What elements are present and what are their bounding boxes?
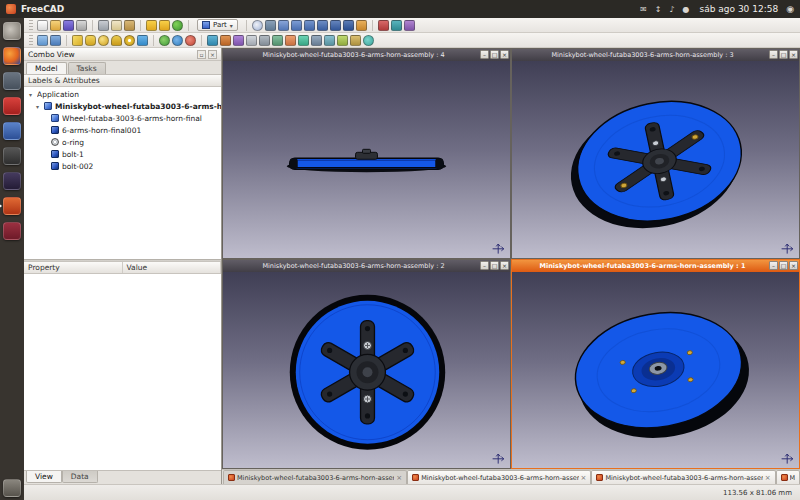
fit-all-icon[interactable] — [252, 20, 263, 31]
print-icon[interactable] — [76, 20, 87, 31]
minimize-icon[interactable]: – — [480, 261, 489, 270]
launcher-icon-freecad[interactable] — [3, 197, 21, 215]
workbench-selector[interactable]: Part ▾ — [197, 19, 238, 31]
open-document-icon[interactable] — [50, 20, 61, 31]
part-sphere-icon[interactable] — [98, 35, 109, 46]
restore-icon[interactable]: □ — [779, 50, 788, 59]
launcher-icon-system-settings[interactable] — [3, 72, 21, 90]
fillet-icon[interactable] — [246, 35, 257, 46]
close-tab-icon[interactable]: × — [581, 474, 587, 482]
tab-tasks[interactable]: Tasks — [68, 62, 106, 74]
toolbar-drag-handle[interactable] — [29, 20, 33, 31]
tab-view[interactable]: View — [26, 471, 62, 483]
boolean-union-icon[interactable] — [159, 35, 170, 46]
part-cone-icon[interactable] — [111, 35, 122, 46]
tree-item-bolt-1[interactable]: bolt-1 — [24, 148, 221, 160]
viewport-3-canvas[interactable] — [512, 61, 799, 258]
expander-icon[interactable]: ▾ — [27, 91, 34, 98]
viewport-4[interactable]: Miniskybot-wheel-futaba3003-6-arms-horn-… — [222, 48, 511, 259]
boolean-cut-icon[interactable] — [185, 35, 196, 46]
tree-item-assembly[interactable]: ▾ Miniskybot-wheel-futaba3003-6-arms-hor… — [24, 100, 221, 112]
texture-icon[interactable] — [404, 20, 415, 31]
window-tab-3[interactable]: Miniskybot-wheel-futaba3003-6-arms-horn-… — [591, 470, 775, 484]
cut-icon[interactable] — [98, 20, 109, 31]
close-tab-icon[interactable]: × — [765, 474, 771, 482]
launcher-icon-firefox[interactable] — [3, 47, 21, 65]
viewport-3[interactable]: Miniskybot-wheel-futaba3003-6-arms-horn-… — [511, 48, 800, 259]
tree-item-o-ring[interactable]: o-ring — [24, 136, 221, 148]
shape-builder-icon[interactable] — [137, 35, 148, 46]
measure-distance-icon[interactable] — [378, 20, 389, 31]
paste-icon[interactable] — [124, 20, 135, 31]
launcher-icon-image-editor[interactable] — [3, 222, 21, 240]
thickness-icon[interactable] — [350, 35, 361, 46]
restore-icon[interactable]: □ — [490, 50, 499, 59]
section-icon[interactable] — [311, 35, 322, 46]
tree-item-wheel[interactable]: Wheel-futaba-3003-6-arms-horn-final — [24, 112, 221, 124]
close-panel-icon[interactable]: × — [208, 50, 217, 59]
copy-icon[interactable] — [111, 20, 122, 31]
viewport-2-canvas[interactable] — [223, 272, 510, 469]
undo-icon[interactable] — [146, 20, 157, 31]
viewport-1[interactable]: Miniskybot-wheel-futaba3003-6-arms-horn-… — [511, 259, 800, 470]
ruled-surface-icon[interactable] — [272, 35, 283, 46]
part-box-icon[interactable] — [72, 35, 83, 46]
window-tab-1[interactable]: Miniskybot-wheel-futaba3003-6-arms-horn-… — [223, 470, 407, 484]
minimize-icon[interactable]: – — [769, 261, 778, 270]
part-torus-icon[interactable] — [124, 35, 135, 46]
launcher-icon-trash[interactable] — [3, 479, 21, 497]
cross-sections-icon[interactable] — [324, 35, 335, 46]
export-icon[interactable] — [50, 35, 61, 46]
rear-view-icon[interactable] — [317, 20, 328, 31]
viewport-4-titlebar[interactable]: Miniskybot-wheel-futaba3003-6-arms-horn-… — [223, 49, 510, 61]
viewport-1-titlebar[interactable]: Miniskybot-wheel-futaba3003-6-arms-horn-… — [512, 260, 799, 272]
launcher-icon-screenshot-tool[interactable] — [3, 147, 21, 165]
toolbar-drag-handle[interactable] — [29, 35, 33, 46]
battery-indicator-icon[interactable]: ● — [683, 5, 690, 14]
close-tab-icon[interactable]: × — [396, 474, 402, 482]
viewport-1-canvas[interactable] — [512, 272, 799, 469]
window-tab-4[interactable]: Mi — [776, 470, 800, 484]
extrude-icon[interactable] — [207, 35, 218, 46]
tree-item-bolt-002[interactable]: bolt-002 — [24, 160, 221, 172]
network-indicator-icon[interactable]: ↕ — [655, 5, 662, 14]
clock[interactable]: sáb ago 30 12:58 — [700, 4, 779, 14]
refresh-icon[interactable] — [172, 20, 183, 31]
restore-icon[interactable]: □ — [779, 261, 788, 270]
tab-data[interactable]: Data — [62, 471, 98, 483]
draw-style-icon[interactable] — [265, 20, 276, 31]
launcher-icon-terminal[interactable] — [3, 172, 21, 190]
revolve-icon[interactable] — [220, 35, 231, 46]
offset-icon[interactable] — [337, 35, 348, 46]
part-cylinder-icon[interactable] — [85, 35, 96, 46]
launcher-icon-dash-home[interactable] — [3, 22, 21, 40]
boolean-common-icon[interactable] — [172, 35, 183, 46]
front-view-icon[interactable] — [278, 20, 289, 31]
mail-indicator-icon[interactable]: ✉ — [640, 5, 647, 14]
expander-icon[interactable]: ▾ — [34, 103, 41, 110]
viewport-2-titlebar[interactable]: Miniskybot-wheel-futaba3003-6-arms-horn-… — [223, 260, 510, 272]
chamfer-icon[interactable] — [259, 35, 270, 46]
left-view-icon[interactable] — [343, 20, 354, 31]
tree-item-application[interactable]: ▾ Application — [24, 88, 221, 100]
bottom-view-icon[interactable] — [330, 20, 341, 31]
sound-indicator-icon[interactable]: ♪ — [669, 5, 674, 14]
viewport-3-titlebar[interactable]: Miniskybot-wheel-futaba3003-6-arms-horn-… — [512, 49, 799, 61]
launcher-icon-files[interactable] — [3, 122, 21, 140]
column-value[interactable]: Value — [123, 262, 222, 273]
new-document-icon[interactable] — [37, 20, 48, 31]
check-geometry-icon[interactable] — [363, 35, 374, 46]
right-view-icon[interactable] — [304, 20, 315, 31]
close-icon[interactable]: × — [789, 50, 798, 59]
sweep-icon[interactable] — [298, 35, 309, 46]
redo-icon[interactable] — [159, 20, 170, 31]
minimize-icon[interactable]: – — [480, 50, 489, 59]
window-tab-2[interactable]: Miniskybot-wheel-futaba3003-6-arms-horn-… — [407, 470, 591, 484]
loft-icon[interactable] — [285, 35, 296, 46]
minimize-icon[interactable]: – — [769, 50, 778, 59]
restore-icon[interactable]: □ — [490, 261, 499, 270]
close-icon[interactable]: × — [789, 261, 798, 270]
viewport-4-canvas[interactable] — [223, 61, 510, 258]
mirror-icon[interactable] — [233, 35, 244, 46]
close-icon[interactable]: × — [500, 261, 509, 270]
